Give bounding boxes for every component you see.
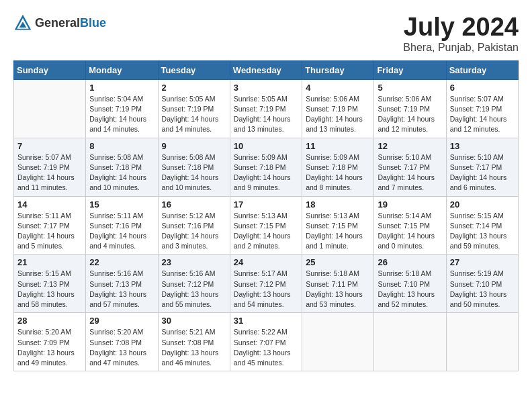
day-number: 27 — [450, 257, 515, 267]
day-info: Sunrise: 5:20 AM Sunset: 7:09 PM Dayligh… — [17, 327, 82, 368]
day-info: Sunrise: 5:04 AM Sunset: 7:19 PM Dayligh… — [89, 94, 154, 135]
weekday-header-wednesday: Wednesday — [230, 60, 302, 79]
calendar-cell: 14Sunrise: 5:11 AM Sunset: 7:17 PM Dayli… — [14, 196, 86, 255]
day-number: 26 — [378, 257, 442, 267]
logo-blue-text: Blue — [80, 16, 106, 30]
day-number: 19 — [378, 199, 442, 210]
logo-icon — [13, 13, 32, 32]
day-number: 14 — [17, 199, 82, 210]
day-info: Sunrise: 5:21 AM Sunset: 7:08 PM Dayligh… — [162, 327, 226, 368]
day-info: Sunrise: 5:05 AM Sunset: 7:19 PM Dayligh… — [234, 94, 298, 135]
day-number: 16 — [162, 199, 226, 210]
calendar-cell: 7Sunrise: 5:07 AM Sunset: 7:19 PM Daylig… — [14, 138, 86, 196]
calendar-cell: 19Sunrise: 5:14 AM Sunset: 7:15 PM Dayli… — [374, 196, 446, 255]
day-number: 25 — [306, 257, 370, 267]
day-info: Sunrise: 5:07 AM Sunset: 7:19 PM Dayligh… — [450, 94, 515, 135]
day-info: Sunrise: 5:07 AM Sunset: 7:19 PM Dayligh… — [17, 152, 82, 193]
day-number: 23 — [162, 257, 226, 267]
day-info: Sunrise: 5:22 AM Sunset: 7:07 PM Dayligh… — [234, 327, 298, 368]
day-info: Sunrise: 5:13 AM Sunset: 7:15 PM Dayligh… — [234, 211, 298, 252]
calendar-cell: 9Sunrise: 5:08 AM Sunset: 7:18 PM Daylig… — [158, 138, 230, 196]
calendar-title: July 2024 — [403, 13, 519, 42]
day-info: Sunrise: 5:10 AM Sunset: 7:17 PM Dayligh… — [450, 152, 515, 193]
weekday-header-tuesday: Tuesday — [158, 60, 230, 79]
calendar-location: Bhera, Punjab, Pakistan — [403, 42, 519, 54]
day-number: 20 — [450, 199, 515, 210]
calendar-cell: 26Sunrise: 5:18 AM Sunset: 7:10 PM Dayli… — [374, 255, 446, 313]
calendar-cell: 31Sunrise: 5:22 AM Sunset: 7:07 PM Dayli… — [230, 313, 302, 371]
calendar-cell: 28Sunrise: 5:20 AM Sunset: 7:09 PM Dayli… — [14, 313, 86, 371]
day-number: 9 — [162, 141, 226, 151]
day-number: 11 — [306, 141, 370, 151]
calendar-week-row: 1Sunrise: 5:04 AM Sunset: 7:19 PM Daylig… — [14, 79, 519, 138]
day-number: 28 — [17, 316, 82, 326]
calendar-week-row: 7Sunrise: 5:07 AM Sunset: 7:19 PM Daylig… — [14, 138, 519, 196]
calendar-cell: 3Sunrise: 5:05 AM Sunset: 7:19 PM Daylig… — [230, 79, 302, 138]
day-info: Sunrise: 5:12 AM Sunset: 7:16 PM Dayligh… — [162, 211, 226, 252]
calendar-cell: 4Sunrise: 5:06 AM Sunset: 7:19 PM Daylig… — [302, 79, 374, 138]
day-number: 22 — [89, 257, 154, 267]
day-info: Sunrise: 5:16 AM Sunset: 7:13 PM Dayligh… — [89, 269, 154, 310]
day-info: Sunrise: 5:13 AM Sunset: 7:15 PM Dayligh… — [306, 211, 370, 252]
day-info: Sunrise: 5:18 AM Sunset: 7:11 PM Dayligh… — [306, 269, 370, 310]
calendar-cell — [374, 313, 446, 371]
logo: General Blue — [13, 13, 106, 32]
calendar-cell: 10Sunrise: 5:09 AM Sunset: 7:18 PM Dayli… — [230, 138, 302, 196]
calendar-cell: 23Sunrise: 5:16 AM Sunset: 7:12 PM Dayli… — [158, 255, 230, 313]
day-info: Sunrise: 5:17 AM Sunset: 7:12 PM Dayligh… — [234, 269, 298, 310]
day-number: 30 — [162, 316, 226, 326]
weekday-header-sunday: Sunday — [14, 60, 86, 79]
day-number: 18 — [306, 199, 370, 210]
logo-general-text: General — [35, 16, 80, 30]
day-number: 17 — [234, 199, 298, 210]
calendar-cell: 13Sunrise: 5:10 AM Sunset: 7:17 PM Dayli… — [446, 138, 518, 196]
day-info: Sunrise: 5:09 AM Sunset: 7:18 PM Dayligh… — [306, 152, 370, 193]
day-number: 12 — [378, 141, 442, 151]
day-info: Sunrise: 5:16 AM Sunset: 7:12 PM Dayligh… — [162, 269, 226, 310]
day-number: 3 — [234, 83, 298, 93]
day-info: Sunrise: 5:18 AM Sunset: 7:10 PM Dayligh… — [378, 269, 442, 310]
calendar-cell: 17Sunrise: 5:13 AM Sunset: 7:15 PM Dayli… — [230, 196, 302, 255]
day-info: Sunrise: 5:19 AM Sunset: 7:10 PM Dayligh… — [450, 269, 515, 310]
calendar-week-row: 28Sunrise: 5:20 AM Sunset: 7:09 PM Dayli… — [14, 313, 519, 371]
weekday-header-row: SundayMondayTuesdayWednesdayThursdayFrid… — [14, 60, 519, 79]
day-number: 4 — [306, 83, 370, 93]
calendar-table: SundayMondayTuesdayWednesdayThursdayFrid… — [13, 60, 519, 371]
day-info: Sunrise: 5:15 AM Sunset: 7:14 PM Dayligh… — [450, 211, 515, 252]
day-number: 31 — [234, 316, 298, 326]
day-number: 24 — [234, 257, 298, 267]
day-info: Sunrise: 5:20 AM Sunset: 7:08 PM Dayligh… — [89, 327, 154, 368]
day-number: 7 — [17, 141, 82, 151]
day-number: 21 — [17, 257, 82, 267]
day-number: 8 — [89, 141, 154, 151]
page-header: General Blue July 2024 Bhera, Punjab, Pa… — [13, 13, 519, 54]
day-number: 2 — [162, 83, 226, 93]
weekday-header-saturday: Saturday — [446, 60, 518, 79]
calendar-cell — [302, 313, 374, 371]
calendar-cell: 18Sunrise: 5:13 AM Sunset: 7:15 PM Dayli… — [302, 196, 374, 255]
day-info: Sunrise: 5:06 AM Sunset: 7:19 PM Dayligh… — [306, 94, 370, 135]
calendar-cell: 27Sunrise: 5:19 AM Sunset: 7:10 PM Dayli… — [446, 255, 518, 313]
day-info: Sunrise: 5:11 AM Sunset: 7:17 PM Dayligh… — [17, 211, 82, 252]
day-number: 1 — [89, 83, 154, 93]
day-info: Sunrise: 5:06 AM Sunset: 7:19 PM Dayligh… — [378, 94, 442, 135]
day-info: Sunrise: 5:10 AM Sunset: 7:17 PM Dayligh… — [378, 152, 442, 193]
calendar-cell: 20Sunrise: 5:15 AM Sunset: 7:14 PM Dayli… — [446, 196, 518, 255]
calendar-cell: 16Sunrise: 5:12 AM Sunset: 7:16 PM Dayli… — [158, 196, 230, 255]
calendar-week-row: 21Sunrise: 5:15 AM Sunset: 7:13 PM Dayli… — [14, 255, 519, 313]
weekday-header-monday: Monday — [86, 60, 158, 79]
calendar-cell: 22Sunrise: 5:16 AM Sunset: 7:13 PM Dayli… — [86, 255, 158, 313]
day-number: 29 — [89, 316, 154, 326]
calendar-cell: 5Sunrise: 5:06 AM Sunset: 7:19 PM Daylig… — [374, 79, 446, 138]
calendar-cell: 21Sunrise: 5:15 AM Sunset: 7:13 PM Dayli… — [14, 255, 86, 313]
calendar-cell: 24Sunrise: 5:17 AM Sunset: 7:12 PM Dayli… — [230, 255, 302, 313]
calendar-cell: 8Sunrise: 5:08 AM Sunset: 7:18 PM Daylig… — [86, 138, 158, 196]
day-number: 5 — [378, 83, 442, 93]
day-number: 10 — [234, 141, 298, 151]
calendar-cell: 12Sunrise: 5:10 AM Sunset: 7:17 PM Dayli… — [374, 138, 446, 196]
calendar-cell: 2Sunrise: 5:05 AM Sunset: 7:19 PM Daylig… — [158, 79, 230, 138]
calendar-cell: 30Sunrise: 5:21 AM Sunset: 7:08 PM Dayli… — [158, 313, 230, 371]
day-info: Sunrise: 5:14 AM Sunset: 7:15 PM Dayligh… — [378, 211, 442, 252]
day-number: 15 — [89, 199, 154, 210]
day-info: Sunrise: 5:08 AM Sunset: 7:18 PM Dayligh… — [89, 152, 154, 193]
